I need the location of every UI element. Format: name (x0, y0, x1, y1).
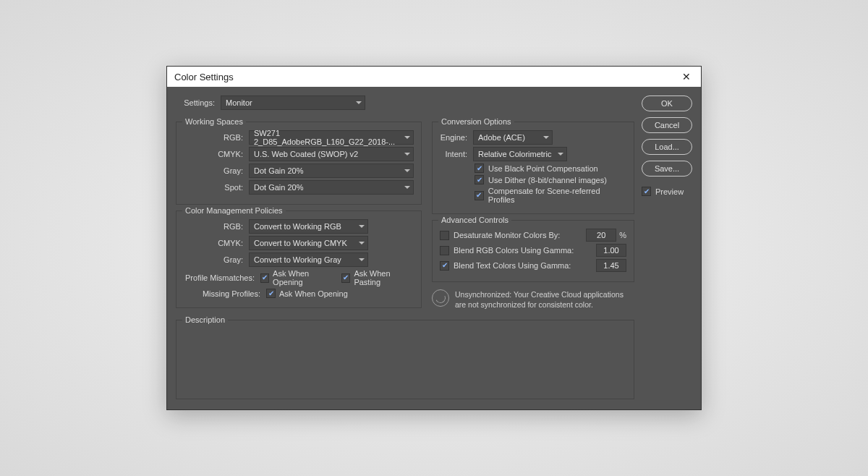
settings-label: Settings: (176, 98, 215, 107)
cmp-cmyk-select[interactable]: Convert to Working CMYK (249, 236, 368, 250)
settings-select[interactable]: Monitor (221, 95, 365, 110)
conv-scene-checkbox[interactable] (475, 191, 484, 200)
save-button[interactable]: Save... (642, 161, 692, 177)
ws-rgb-label: RGB: (184, 133, 244, 142)
cmp-missing-label: Missing Profiles: (184, 289, 260, 298)
conv-engine-label: Engine: (440, 133, 469, 142)
conv-intent-select[interactable]: Relative Colorimetric (473, 147, 567, 161)
ws-gray-select[interactable]: Dot Gain 20% (249, 163, 414, 178)
description-group: Description (176, 320, 634, 399)
cmp-missing-open-label: Ask When Opening (279, 289, 348, 298)
preview-label: Preview (655, 187, 684, 196)
titlebar: Color Settings ✕ (167, 67, 701, 87)
adv-blend-text-label: Blend Text Colors Using Gamma: (454, 261, 571, 270)
adv-desat-input[interactable]: 20 (586, 229, 616, 242)
ws-cmyk-label: CMYK: (184, 150, 244, 158)
working-spaces-legend: Working Spaces (182, 117, 246, 126)
working-spaces-group: Working Spaces RGB: SW271 2_D85_AdobeRGB… (176, 122, 422, 205)
advanced-controls-group: Advanced Controls Desaturate Monitor Col… (432, 220, 634, 282)
adv-legend: Advanced Controls (438, 216, 511, 224)
ok-button[interactable]: OK (642, 95, 692, 111)
conv-engine-select[interactable]: Adobe (ACE) (473, 130, 553, 145)
sync-icon (432, 289, 449, 307)
ws-gray-label: Gray: (184, 166, 244, 175)
chevron-down-icon (359, 225, 365, 228)
cmp-gray-select[interactable]: Convert to Working Gray (249, 252, 368, 267)
close-icon[interactable]: ✕ (679, 71, 694, 82)
conv-intent-label: Intent: (440, 150, 469, 158)
cmp-missing-open-checkbox[interactable] (266, 289, 276, 298)
chevron-down-icon (543, 136, 549, 139)
color-settings-dialog: Color Settings ✕ Settings: Monitor Worki… (166, 66, 702, 410)
cmp-mismatch-label: Profile Mismatches: (184, 273, 255, 282)
chevron-down-icon (404, 186, 410, 189)
adv-desat-unit: % (619, 231, 626, 239)
conversion-options-group: Conversion Options Engine: Adobe (ACE) I… (432, 122, 634, 214)
cmp-group: Color Management Policies RGB: Convert t… (176, 211, 422, 308)
cmp-cmyk-label: CMYK: (184, 239, 244, 247)
preview-checkbox[interactable] (642, 187, 651, 196)
cancel-button[interactable]: Cancel (642, 117, 692, 133)
conv-bpc-label: Use Black Point Compensation (488, 164, 598, 173)
conv-dither-checkbox[interactable] (475, 175, 484, 184)
chevron-down-icon (404, 169, 410, 172)
cmp-rgb-label: RGB: (184, 222, 244, 231)
chevron-down-icon (359, 242, 365, 245)
description-legend: Description (182, 315, 228, 324)
load-button[interactable]: Load... (642, 139, 692, 155)
chevron-down-icon (404, 136, 410, 139)
adv-blend-text-input[interactable]: 1.45 (596, 259, 626, 272)
chevron-down-icon (558, 153, 563, 156)
adv-desat-checkbox[interactable] (440, 231, 449, 240)
chevron-down-icon (404, 153, 410, 156)
adv-desat-label: Desaturate Monitor Colors By: (454, 231, 560, 239)
cmp-mismatch-paste-label: Ask When Pasting (354, 269, 414, 286)
dialog-title: Color Settings (174, 72, 234, 82)
conv-legend: Conversion Options (438, 117, 514, 126)
adv-blend-rgb-label: Blend RGB Colors Using Gamma: (454, 246, 574, 255)
chevron-down-icon (359, 258, 365, 261)
conv-bpc-checkbox[interactable] (475, 163, 484, 173)
ws-spot-label: Spot: (184, 183, 244, 192)
ws-cmyk-select[interactable]: U.S. Web Coated (SWOP) v2 (249, 147, 414, 161)
conv-dither-label: Use Dither (8-bit/channel images) (488, 176, 607, 184)
adv-blend-text-checkbox[interactable] (440, 261, 449, 271)
sync-status: Unsynchronized: Your Creative Cloud appl… (432, 289, 634, 310)
cmp-gray-label: Gray: (184, 255, 244, 264)
cmp-mismatch-open-checkbox[interactable] (260, 273, 269, 283)
cmp-mismatch-open-label: Ask When Opening (273, 269, 336, 286)
ws-rgb-select[interactable]: SW271 2_D85_AdobeRGB_L160_G22_2018-... (249, 130, 414, 145)
adv-blend-rgb-input[interactable]: 1.00 (596, 244, 626, 257)
cmp-legend: Color Management Policies (182, 206, 286, 215)
conv-scene-label: Compensate for Scene-referred Profiles (488, 187, 626, 204)
ws-spot-select[interactable]: Dot Gain 20% (249, 180, 414, 195)
cmp-rgb-select[interactable]: Convert to Working RGB (249, 219, 368, 234)
adv-blend-rgb-checkbox[interactable] (440, 246, 449, 255)
cmp-mismatch-paste-checkbox[interactable] (341, 273, 350, 283)
sync-text: Unsynchronized: Your Creative Cloud appl… (455, 289, 634, 310)
chevron-down-icon (356, 101, 362, 104)
